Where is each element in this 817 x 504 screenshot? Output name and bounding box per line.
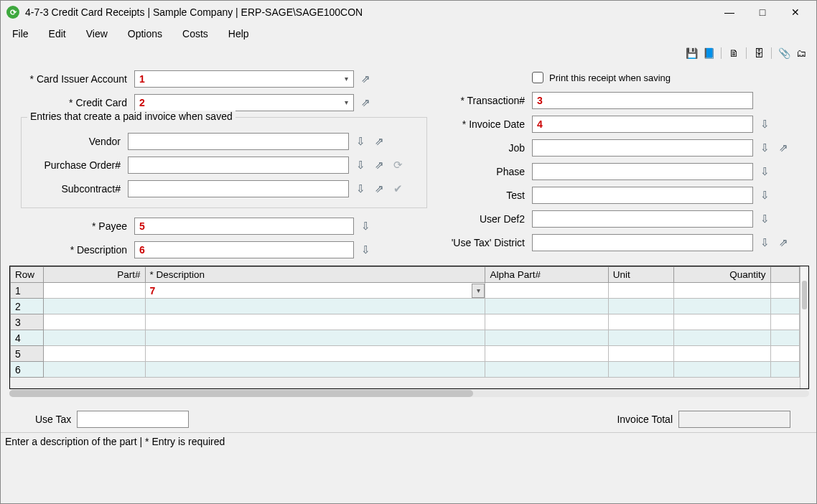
- cell-alpha[interactable]: [485, 346, 608, 362]
- cell-description[interactable]: 7 ▾: [145, 283, 485, 299]
- menu-help[interactable]: Help: [225, 27, 252, 41]
- cell-extra[interactable]: [770, 283, 799, 299]
- horizontal-scrollbar[interactable]: [9, 389, 809, 398]
- table-row[interactable]: 2: [11, 299, 800, 314]
- cell-qty[interactable]: [673, 299, 770, 314]
- table-row[interactable]: 1 7 ▾: [11, 283, 800, 299]
- cell-alpha[interactable]: [485, 362, 608, 378]
- cell-alpha[interactable]: [485, 330, 608, 346]
- dropdown-icon[interactable]: ⇩: [757, 164, 772, 179]
- book-icon[interactable]: 📘: [702, 47, 715, 60]
- menu-file[interactable]: File: [9, 27, 32, 41]
- dropdown-icon[interactable]: ⇩: [757, 212, 772, 226]
- invoice-date-input[interactable]: [532, 116, 753, 133]
- cell-part[interactable]: [44, 346, 145, 362]
- cell-extra[interactable]: [770, 299, 799, 314]
- vendor-input[interactable]: [128, 133, 349, 150]
- use-tax-district-input[interactable]: [532, 234, 753, 251]
- dropdown-icon[interactable]: ⇩: [353, 182, 368, 196]
- maximize-button[interactable]: □: [746, 1, 779, 23]
- dropdown-icon[interactable]: ⇩: [757, 235, 772, 250]
- cell-alpha[interactable]: [485, 314, 608, 330]
- table-row[interactable]: 3: [11, 314, 800, 330]
- link-out-icon[interactable]: ⇗: [358, 95, 373, 110]
- userdef2-input[interactable]: [532, 210, 753, 228]
- new-icon[interactable]: 🗎: [727, 47, 740, 60]
- menu-costs[interactable]: Costs: [179, 27, 211, 41]
- cell-unit[interactable]: [608, 314, 673, 330]
- cell-part[interactable]: [44, 362, 145, 378]
- cell-qty[interactable]: [673, 362, 770, 378]
- test-input[interactable]: [532, 187, 753, 204]
- cell-extra[interactable]: [770, 330, 799, 346]
- chevron-down-icon[interactable]: ▾: [339, 95, 353, 111]
- cell-qty[interactable]: [673, 283, 770, 299]
- cell-qty[interactable]: [673, 314, 770, 330]
- dropdown-icon[interactable]: ⇩: [358, 219, 373, 233]
- minimize-button[interactable]: —: [713, 1, 746, 23]
- dropdown-icon[interactable]: ⇩: [353, 158, 368, 172]
- col-unit[interactable]: Unit: [608, 267, 673, 283]
- cell-extra[interactable]: [770, 362, 799, 378]
- note-icon[interactable]: 🗂: [795, 47, 808, 60]
- cell-alpha[interactable]: [485, 299, 608, 314]
- job-input[interactable]: [532, 139, 753, 157]
- subcontract-input[interactable]: [128, 180, 349, 197]
- scrollbar-thumb[interactable]: [9, 390, 473, 397]
- scrollbar-thumb[interactable]: [802, 281, 807, 309]
- cell-extra[interactable]: [770, 314, 799, 330]
- menu-edit[interactable]: Edit: [46, 27, 69, 41]
- use-tax-input[interactable]: [77, 411, 189, 428]
- link-out-icon[interactable]: ⇗: [776, 141, 790, 155]
- col-alpha-part[interactable]: Alpha Part#: [485, 267, 608, 283]
- table-row[interactable]: 4: [11, 330, 800, 346]
- chevron-down-icon[interactable]: ▾: [339, 71, 353, 87]
- menu-options[interactable]: Options: [125, 27, 165, 41]
- link-out-icon[interactable]: ⇗: [372, 182, 386, 196]
- description-input[interactable]: [134, 241, 354, 258]
- dropdown-icon[interactable]: ⇩: [757, 141, 772, 155]
- cell-alpha[interactable]: [485, 283, 608, 299]
- line-items-grid[interactable]: Row Part# * Description Alpha Part# Unit…: [9, 266, 809, 389]
- col-row[interactable]: Row: [11, 267, 44, 283]
- cell-unit[interactable]: [608, 283, 673, 299]
- dropdown-icon[interactable]: ⇩: [358, 243, 373, 257]
- card-issuer-combo[interactable]: [134, 70, 354, 88]
- chevron-down-icon[interactable]: ▾: [472, 284, 485, 298]
- link-out-icon[interactable]: ⇗: [358, 72, 373, 86]
- cell-description[interactable]: [145, 362, 485, 378]
- cell-part[interactable]: [44, 330, 145, 346]
- col-description[interactable]: * Description: [145, 267, 485, 283]
- link-out-icon[interactable]: ⇗: [372, 134, 386, 149]
- cell-part[interactable]: [44, 314, 145, 330]
- credit-card-combo[interactable]: [134, 94, 354, 111]
- cell-unit[interactable]: [608, 299, 673, 314]
- close-button[interactable]: ✕: [779, 1, 812, 23]
- vertical-scrollbar[interactable]: [800, 266, 808, 388]
- cell-unit[interactable]: [608, 362, 673, 378]
- cell-unit[interactable]: [608, 346, 673, 362]
- table-row[interactable]: 5: [11, 346, 800, 362]
- cell-extra[interactable]: [770, 346, 799, 362]
- payee-input[interactable]: [134, 218, 354, 235]
- refresh-icon[interactable]: ⟳: [391, 158, 405, 172]
- dropdown-icon[interactable]: ⇩: [757, 188, 772, 202]
- col-quantity[interactable]: Quantity: [673, 267, 770, 283]
- cell-qty[interactable]: [673, 346, 770, 362]
- print-receipt-checkbox[interactable]: [532, 72, 543, 83]
- cell-qty[interactable]: [673, 330, 770, 346]
- check-icon[interactable]: ✔: [391, 182, 405, 196]
- attach-icon[interactable]: 📎: [778, 47, 790, 60]
- dropdown-icon[interactable]: ⇩: [353, 134, 368, 149]
- cell-part[interactable]: [44, 299, 145, 314]
- dropdown-icon[interactable]: ⇩: [757, 117, 772, 131]
- lookup-icon[interactable]: 🗄: [752, 47, 765, 60]
- save-icon[interactable]: 💾: [685, 47, 698, 60]
- link-out-icon[interactable]: ⇗: [372, 158, 386, 172]
- cell-description[interactable]: [145, 346, 485, 362]
- cell-unit[interactable]: [608, 330, 673, 346]
- table-row[interactable]: 6: [11, 362, 800, 378]
- cell-description[interactable]: [145, 299, 485, 314]
- cell-description[interactable]: [145, 330, 485, 346]
- col-part[interactable]: Part#: [44, 267, 145, 283]
